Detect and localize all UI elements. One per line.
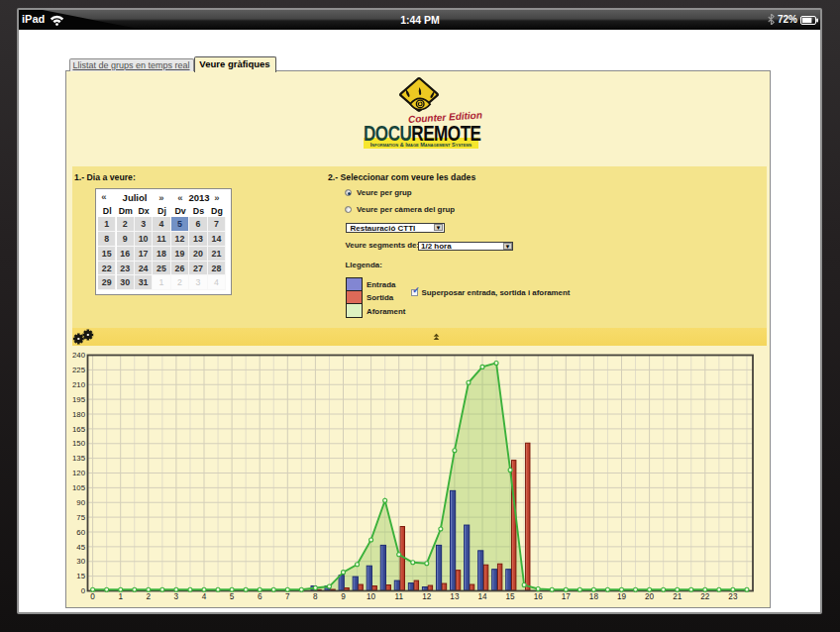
svg-text:10: 10: [367, 592, 376, 601]
svg-text:180: 180: [72, 410, 86, 419]
svg-text:6: 6: [258, 592, 262, 601]
svg-text:120: 120: [72, 469, 86, 477]
svg-text:3: 3: [174, 592, 179, 601]
svg-text:23: 23: [728, 592, 738, 601]
svg-text:240: 240: [72, 351, 86, 360]
svg-text:2: 2: [147, 592, 152, 601]
svg-text:105: 105: [72, 483, 86, 492]
svg-text:165: 165: [72, 425, 86, 434]
svg-text:150: 150: [72, 439, 86, 448]
svg-text:135: 135: [72, 454, 86, 463]
svg-text:45: 45: [76, 543, 85, 552]
svg-text:0: 0: [90, 592, 95, 601]
svg-text:13: 13: [450, 592, 460, 601]
svg-text:22: 22: [700, 592, 710, 601]
svg-text:21: 21: [673, 592, 682, 601]
svg-text:60: 60: [76, 528, 85, 537]
svg-text:210: 210: [72, 380, 86, 389]
svg-text:14: 14: [477, 592, 487, 601]
svg-text:17: 17: [562, 592, 572, 601]
svg-text:0: 0: [81, 586, 86, 595]
svg-text:15: 15: [506, 592, 516, 601]
svg-text:30: 30: [76, 557, 85, 566]
svg-text:75: 75: [76, 513, 85, 522]
svg-text:11: 11: [394, 592, 403, 601]
svg-text:18: 18: [589, 592, 599, 601]
svg-text:19: 19: [617, 592, 627, 601]
svg-text:16: 16: [534, 592, 544, 601]
svg-text:90: 90: [76, 498, 85, 507]
svg-text:225: 225: [72, 366, 86, 374]
svg-text:12: 12: [422, 592, 432, 601]
svg-text:5: 5: [230, 592, 235, 601]
svg-text:7: 7: [285, 592, 290, 601]
svg-text:9: 9: [341, 592, 346, 601]
svg-text:4: 4: [202, 592, 207, 601]
svg-text:1: 1: [118, 592, 123, 601]
svg-text:195: 195: [72, 395, 86, 404]
svg-text:8: 8: [313, 592, 318, 601]
svg-text:20: 20: [645, 592, 655, 601]
svg-text:15: 15: [76, 572, 85, 580]
